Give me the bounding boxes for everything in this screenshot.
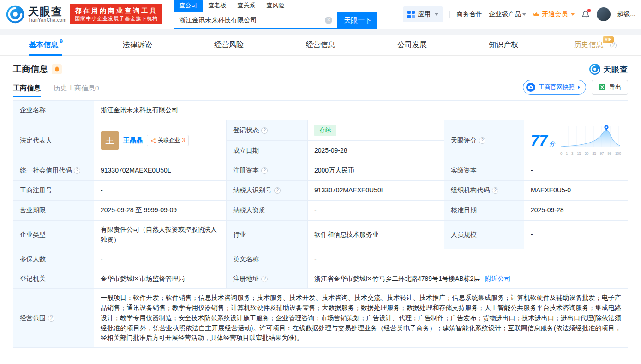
status-badge: 存续	[314, 125, 336, 136]
notification-bell[interactable]	[581, 10, 590, 19]
insured-value: -	[94, 249, 227, 269]
chevron-down-icon	[522, 13, 526, 16]
export-button[interactable]: 导出	[592, 80, 628, 95]
scope-value: 一般项目：软件开发；软件销售；信息技术咨询服务；技术服务、技术开发、技术咨询、技…	[94, 289, 628, 347]
clear-search-icon[interactable]	[325, 17, 332, 24]
help-icon[interactable]	[479, 137, 485, 144]
brand-name: 天眼查	[603, 64, 628, 75]
taxpayer-id-label: 纳税人识别号	[233, 186, 272, 194]
company-type-value: 有限责任公司（自然人投资或控股的法人独资）	[94, 221, 227, 249]
brand-watermark: 天眼查	[589, 63, 628, 75]
tab-legal-lawsuit[interactable]: 法律诉讼	[91, 35, 183, 55]
nav-enterprise-label: 企业级产品	[489, 10, 521, 18]
subtab-business-info[interactable]: 工商信息	[13, 80, 41, 98]
company-section-tabs: 基本信息 9 法律诉讼 经营风险 经营信息 公司发展 知识产权 历史信息 4 V…	[0, 35, 641, 56]
search-tab-boss[interactable]: 查老板	[203, 0, 232, 12]
taxpayer-quality-label: 纳税人资质	[227, 201, 308, 221]
legal-rep-name-link[interactable]: 王晶晶	[123, 136, 143, 146]
subtab-history-business-info[interactable]: 历史工商信息0	[54, 80, 99, 98]
reg-status-label-cell: 登记状态	[227, 120, 308, 141]
reg-status-cell: 存续	[308, 120, 444, 141]
promo-line2: 国家中小企业发展子基金旗下机构	[75, 15, 158, 22]
approval-date-label: 核准日期	[444, 201, 524, 221]
tab-intellectual-property[interactable]: 知识产权	[458, 35, 549, 55]
help-icon[interactable]	[261, 276, 268, 282]
username[interactable]: 超级...	[617, 10, 635, 18]
help-icon[interactable]	[261, 127, 268, 134]
search-area: 查公司 查老板 查关系 查风险 天眼一下	[174, 0, 377, 29]
address-cell: 浙江省金华市婺城区竹马乡二环北路4789号1号楼AB栋2层附近公司	[308, 269, 628, 289]
legal-rep-cell: 王 王晶晶 关联企业 3	[94, 120, 227, 161]
tab-operation-info[interactable]: 经营信息	[275, 35, 366, 55]
search-tab-company[interactable]: 查公司	[174, 0, 203, 12]
search-tab-relation[interactable]: 查关系	[232, 0, 261, 12]
org-code-label-cell: 组织机构代码	[444, 181, 524, 201]
tianyancha-logo-icon	[6, 5, 25, 24]
company-type-label: 企业类型	[13, 221, 94, 249]
tab-history-info[interactable]: 历史信息 4 VIP	[550, 35, 641, 55]
excel-icon	[599, 84, 606, 91]
legal-rep-avatar[interactable]: 王	[101, 131, 119, 150]
address-value: 浙江省金华市婺城区竹马乡二环北路4789号1号楼AB栋2层	[314, 275, 480, 282]
approval-date-value: 2025-09-28	[524, 201, 628, 221]
related-companies-count: 3	[182, 136, 185, 145]
related-companies-label: 关联企业	[158, 136, 180, 145]
main-content: 工商信息 天眼查 工商信息 历史工商信息0	[0, 56, 641, 364]
avatar[interactable]	[597, 7, 611, 21]
bell-icon	[54, 66, 60, 72]
nearby-companies-link[interactable]: 附近公司	[485, 275, 510, 282]
search-input[interactable]	[179, 17, 325, 24]
arrow-right-icon	[578, 85, 580, 89]
insured-label: 参保人数	[13, 249, 94, 269]
tab-legal-lawsuit-label: 法律诉讼	[123, 40, 152, 50]
subscribe-bell-button[interactable]	[52, 64, 62, 74]
nav-enterprise-products[interactable]: 企业级产品	[489, 10, 526, 18]
tab-basic-info[interactable]: 基本信息 9	[0, 35, 91, 55]
score-curve	[560, 125, 621, 148]
table-row: 企业名称 浙江金讯未来科技有限公司	[13, 101, 628, 120]
tab-company-development[interactable]: 公司发展	[366, 35, 458, 55]
table-row: 统一社会信用代码 91330702MAEXE0U50L 注册资本 2000万人民…	[13, 161, 628, 181]
search-tab-risk[interactable]: 查风险	[261, 0, 290, 12]
legal-rep-label: 法定代表人	[13, 120, 94, 161]
address-label: 注册地址	[233, 275, 259, 282]
site-header: 天眼查 TianYanCha.com 都在用的商业查询工具 国家中小企业发展子基…	[0, 0, 641, 29]
establish-date-label: 成立日期	[227, 141, 308, 161]
help-icon[interactable]	[492, 187, 498, 194]
table-row: 企业类型 有限责任公司（自然人投资或控股的法人独资） 行业 软件和信息技术服务业…	[13, 221, 628, 249]
search-tabs: 查公司 查老板 查关系 查风险	[174, 0, 377, 12]
logo-title: 天眼查	[28, 6, 66, 17]
official-snapshot-button[interactable]: 工商官网快照	[523, 80, 586, 95]
help-icon[interactable]	[261, 167, 268, 174]
staff-size-value: -	[524, 221, 628, 249]
help-icon[interactable]	[274, 187, 281, 194]
nav-cooperation[interactable]: 商务合作	[456, 10, 482, 18]
term-label: 营业期限	[13, 201, 94, 221]
table-row: 经营范围 一般项目：软件开发；软件销售；信息技术咨询服务；技术服务、技术开发、技…	[13, 289, 628, 347]
apps-button[interactable]: 应用	[403, 6, 443, 22]
tianyancha-logo-icon	[589, 63, 601, 75]
tab-operation-risk[interactable]: 经营风险	[183, 35, 275, 55]
score-label: 天眼评分	[451, 137, 477, 144]
notification-dot	[587, 9, 591, 12]
vip-badge: VIP	[603, 36, 614, 43]
score-distribution-chart: 0131550859799100	[560, 125, 621, 156]
help-icon[interactable]	[74, 167, 80, 174]
paid-capital-label: 实缴资本	[444, 161, 524, 181]
nav-open-vip[interactable]: 开通会员	[533, 10, 575, 18]
tab-basic-info-count: 9	[60, 38, 63, 45]
nav-cooperation-label: 商务合作	[456, 10, 482, 18]
header-nav: 应用 商务合作 企业级产品 开通会员 超级...	[403, 6, 635, 22]
related-companies-badge[interactable]: 关联企业 3	[147, 135, 189, 146]
reg-capital-value: 2000万人民币	[308, 161, 444, 181]
search-button[interactable]: 天眼一下	[338, 12, 377, 29]
help-icon[interactable]	[48, 315, 54, 322]
apps-label: 应用	[418, 10, 431, 18]
score-cell[interactable]: 77分	[524, 120, 628, 161]
reg-authority-value: 金华市婺城区市场监督管理局	[94, 269, 227, 289]
official-snapshot-label: 工商官网快照	[539, 83, 575, 91]
credit-code-label-cell: 统一社会信用代码	[13, 161, 94, 181]
tianyancha-logo[interactable]: 天眼查 TianYanCha.com	[6, 5, 66, 24]
term-value: 2025-09-28 至 9999-09-09	[94, 201, 227, 221]
score-number: 77	[531, 132, 548, 149]
